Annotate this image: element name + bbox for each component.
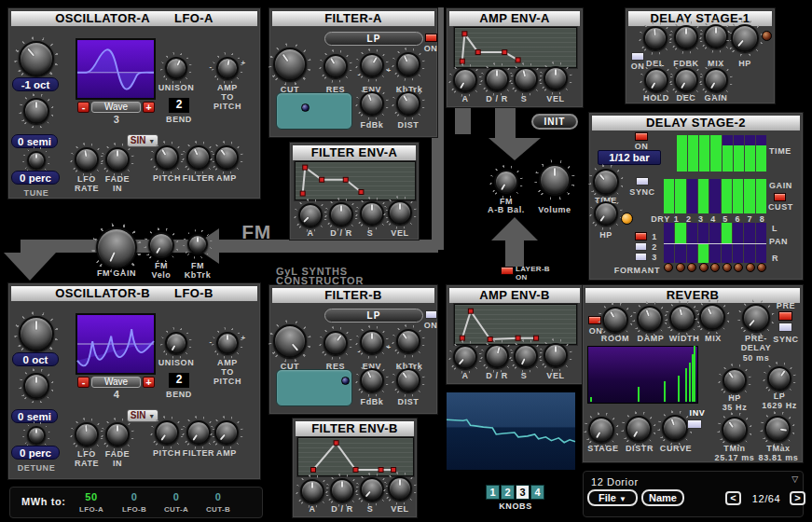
sustain-knob[interactable] [514, 67, 538, 91]
file-menu-button[interactable]: File ▼ [587, 489, 638, 506]
distortion-knob[interactable] [396, 91, 420, 116]
delay-2-on-led[interactable] [635, 132, 648, 141]
stage-knob[interactable] [588, 417, 614, 443]
distortion-knob-b[interactable] [396, 368, 420, 392]
filter-env-a-display[interactable] [295, 161, 416, 200]
delay-gain-bars[interactable] [664, 179, 766, 213]
lfo-amp-knob[interactable] [214, 145, 239, 170]
env-amount-knob[interactable] [360, 53, 384, 77]
semitone-knob[interactable] [23, 98, 49, 124]
delay-mix-knob[interactable] [704, 24, 728, 48]
delay-cust-led[interactable] [774, 193, 786, 201]
xy-pad-ball[interactable] [301, 103, 310, 112]
delay-2-hp-knob[interactable] [594, 201, 618, 226]
feedback-knob-b[interactable] [360, 368, 384, 392]
lfo-amp-knob-b[interactable] [214, 420, 239, 445]
octave-knob-b[interactable] [19, 316, 54, 351]
attack-knob[interactable] [453, 68, 477, 92]
lfo-filter-knob[interactable] [186, 145, 211, 170]
decay-release-knob[interactable] [485, 67, 509, 91]
env-amount-knob-b[interactable] [360, 330, 384, 354]
filter-a-xy-pad[interactable] [276, 92, 352, 130]
formant-led-icon[interactable] [757, 263, 766, 272]
fm-gain-knob[interactable] [96, 227, 137, 268]
preset-name[interactable]: 12 Dorior [591, 477, 703, 487]
resonance-knob[interactable] [323, 54, 348, 78]
unison-knob[interactable] [165, 57, 187, 79]
preset-next-button[interactable]: > [790, 491, 805, 505]
formant-leds[interactable] [664, 263, 766, 272]
inv-button[interactable] [687, 419, 702, 429]
formant-led-icon[interactable] [710, 263, 720, 272]
filter-env-b-display[interactable] [297, 437, 414, 476]
reverb-hp-knob[interactable] [723, 368, 747, 392]
damp-knob[interactable] [637, 306, 663, 332]
lfo-filter-knob-b[interactable] [186, 420, 211, 445]
wave-next-button-b[interactable]: + [143, 377, 155, 388]
matrix-value-lfo-a[interactable]: 50 [73, 492, 110, 501]
delay-feedback-knob[interactable] [674, 25, 698, 49]
delay-1-on-button[interactable] [631, 52, 644, 61]
delay-dec-knob[interactable] [674, 68, 698, 92]
delay-hp-knob[interactable] [731, 24, 759, 52]
cutoff-knob[interactable] [273, 48, 307, 81]
reverb-pre-led[interactable] [778, 311, 792, 321]
amp-to-pitch-knob-b[interactable] [216, 332, 239, 354]
amp-to-pitch-knob[interactable] [216, 57, 239, 79]
formant-led-icon[interactable] [676, 263, 685, 272]
xy-pad-ball-b[interactable] [341, 377, 350, 385]
wave-select-button-b[interactable]: Wave [91, 377, 141, 388]
formant-led-icon[interactable] [734, 263, 743, 272]
delay-time-bars[interactable] [677, 135, 766, 172]
delay-2-time-knob[interactable] [593, 169, 619, 195]
wave-display-b[interactable] [76, 313, 156, 375]
wave-prev-button-b[interactable]: - [77, 377, 89, 388]
delay-2-time-display[interactable]: 1/12 bar [598, 150, 661, 165]
reverb-lp-knob[interactable] [767, 366, 791, 391]
lfo-pitch-knob[interactable] [155, 145, 179, 170]
delay-pan-bars[interactable] [664, 223, 766, 263]
feedback-knob[interactable] [360, 91, 384, 116]
reverb-sync-button[interactable] [778, 323, 792, 332]
f-attack-knob-b[interactable] [300, 479, 324, 503]
attack-knob-b[interactable] [453, 345, 477, 369]
f-sustain-knob-b[interactable] [360, 477, 384, 501]
sustain-knob-b[interactable] [514, 344, 538, 368]
delay-time-knob[interactable] [643, 26, 667, 50]
f-velocity-knob[interactable] [388, 200, 412, 225]
wave-display[interactable] [76, 38, 156, 100]
formant-led-icon[interactable] [723, 263, 732, 272]
tmin-knob[interactable] [722, 417, 748, 443]
f-sustain-knob[interactable] [360, 201, 384, 226]
octave-knob[interactable] [19, 41, 54, 76]
semitone-knob-b[interactable] [23, 373, 49, 399]
f-decay-release-knob-b[interactable] [330, 478, 354, 502]
formant-led-icon[interactable] [699, 263, 709, 272]
velocity-knob-b[interactable] [544, 343, 568, 367]
f-velocity-knob-b[interactable] [388, 476, 412, 501]
ab-balance-knob[interactable] [494, 170, 518, 194]
fine-tune-knob-b[interactable] [27, 426, 46, 445]
knobs-page-3-button[interactable]: 3 [516, 485, 530, 500]
matrix-value-cut-a[interactable]: 0 [158, 492, 195, 501]
decay-release-knob-b[interactable] [485, 344, 509, 368]
delay-gain-knob[interactable] [704, 68, 728, 92]
wave-next-button[interactable]: + [143, 102, 155, 113]
formant-led-icon[interactable] [746, 263, 755, 272]
keytrack-knob[interactable] [396, 52, 420, 76]
f-attack-knob[interactable] [298, 203, 323, 227]
delay-2-sync-button[interactable] [636, 177, 649, 185]
knobs-page-4-button[interactable]: 4 [530, 485, 544, 500]
f-decay-release-knob[interactable] [329, 202, 353, 227]
bend-display-b[interactable]: 2 [169, 373, 189, 388]
width-knob[interactable] [669, 305, 695, 331]
formant-led-icon[interactable] [687, 263, 696, 272]
preset-prev-button[interactable]: < [725, 491, 741, 505]
matrix-value-lfo-b[interactable]: 0 [116, 492, 153, 501]
matrix-value-cut-b[interactable]: 0 [200, 492, 237, 501]
preset-corner-icon[interactable]: ▽ [789, 474, 802, 484]
delay-hold-knob[interactable] [644, 68, 668, 92]
formant-led-icon[interactable] [664, 263, 673, 272]
delay-bank-2-button[interactable] [635, 242, 647, 251]
distr-knob[interactable] [626, 416, 652, 442]
